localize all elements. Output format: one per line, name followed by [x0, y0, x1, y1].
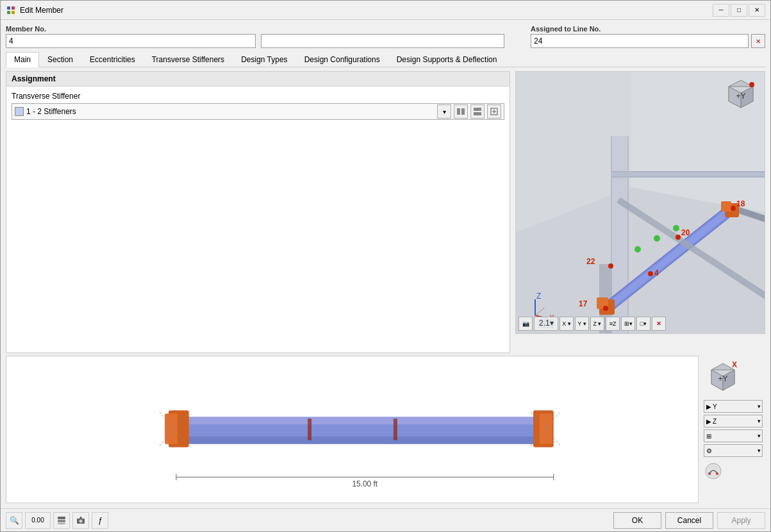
svg-text:18: 18: [736, 199, 745, 208]
stiffener-btn2[interactable]: [470, 104, 485, 119]
svg-text:X: X: [732, 360, 737, 369]
svg-rect-5: [461, 108, 465, 115]
toolbar-left: 🔍 0.00 ƒ: [6, 512, 108, 529]
svg-text:+Y: +Y: [718, 374, 727, 383]
svg-rect-55: [176, 436, 535, 444]
svg-rect-80: [58, 520, 65, 522]
svg-point-30: [608, 263, 613, 269]
title-bar: Edit Member ─ □ ✕: [1, 1, 770, 20]
assignment-body: Transverse Stiffener 1 - 2 Stiffeners ▾: [6, 87, 510, 353]
svg-rect-7: [474, 112, 481, 115]
maximize-button[interactable]: □: [731, 4, 747, 17]
tab-transverse-stiffeners[interactable]: Transverse Stiffeners: [144, 52, 233, 67]
svg-rect-0: [7, 6, 10, 10]
svg-text:20: 20: [681, 228, 690, 237]
svg-rect-59: [540, 413, 552, 444]
desc-group: [261, 25, 504, 48]
toolbar-layers[interactable]: [53, 512, 70, 529]
svg-text:15.00 ft: 15.00 ft: [352, 479, 378, 488]
assigned-group: Assigned to Line No. ✕: [531, 25, 765, 48]
tab-main[interactable]: Main: [6, 52, 39, 67]
view-btn-settings[interactable]: ⚙ ▾: [704, 444, 763, 457]
assignment-panel: Assignment Transverse Stiffener 1 - 2 St…: [6, 71, 510, 353]
stiffener-label: Transverse Stiffener: [12, 92, 504, 101]
vp-btn-yz[interactable]: Y ▾: [575, 317, 589, 331]
svg-text:2.1▾: 2.1▾: [539, 319, 554, 328]
ok-button[interactable]: OK: [613, 512, 661, 529]
tab-design-configurations[interactable]: Design Configurations: [296, 52, 388, 67]
svg-point-49: [749, 82, 754, 87]
svg-rect-60: [308, 419, 311, 440]
line-no-input[interactable]: [531, 34, 749, 48]
bottom-area: 15.00 ft: [6, 356, 765, 503]
svg-point-78: [716, 472, 718, 475]
beam-viewport[interactable]: 15.00 ft: [6, 356, 699, 503]
clear-line-button[interactable]: ✕: [751, 34, 765, 48]
view-btn-z[interactable]: ▶ Z ▾: [704, 415, 763, 428]
close-button[interactable]: ✕: [749, 4, 765, 17]
svg-text:4: 4: [654, 269, 659, 278]
svg-point-26: [731, 206, 736, 211]
svg-point-34: [648, 271, 653, 276]
desc-input[interactable]: [261, 34, 504, 48]
member-no-group: Member No.: [6, 25, 256, 48]
dialog-content: Member No. Assigned to Line No. ✕ Main S…: [1, 20, 770, 508]
svg-text:Z: Z: [536, 292, 541, 301]
vp-btn-render[interactable]: 2.1▾: [534, 317, 558, 331]
tab-bar: Main Section Eccentricities Transverse S…: [6, 52, 765, 67]
svg-text:22: 22: [586, 257, 595, 266]
tab-section[interactable]: Section: [39, 52, 81, 67]
viewport-toolbar: 📷 2.1▾ X ▾ Y ▾ Z ▾ ≡Z ⊞▾ □▾ ✕: [518, 317, 666, 331]
svg-rect-2: [7, 11, 10, 14]
minimize-button[interactable]: ─: [713, 4, 729, 17]
toolbar-coord[interactable]: 0.00: [25, 512, 51, 529]
svg-rect-3: [12, 11, 15, 14]
svg-point-37: [654, 235, 660, 242]
vp-btn-view[interactable]: ⊞▾: [621, 317, 635, 331]
svg-rect-54: [176, 417, 535, 424]
svg-rect-1: [12, 6, 15, 10]
assigned-row: ✕: [531, 34, 765, 48]
desc-label: [261, 25, 504, 33]
vp-btn-close-view[interactable]: ✕: [652, 317, 666, 331]
toolbar-camera[interactable]: [72, 512, 89, 529]
assignment-header: Assignment: [6, 72, 510, 87]
stiffener-value: 1 - 2 Stiffeners: [26, 107, 435, 116]
vp-btn-xy[interactable]: X ▾: [560, 317, 574, 331]
toolbar-function[interactable]: ƒ: [92, 512, 108, 529]
tab-design-supports[interactable]: Design Supports & Deflection: [388, 52, 506, 67]
svg-rect-23: [721, 201, 731, 212]
svg-rect-4: [457, 108, 460, 115]
vp-btn-xz[interactable]: Z ▾: [590, 317, 604, 331]
main-3d-viewport[interactable]: 18 20 22 17 4: [515, 71, 765, 334]
stiffener-btn1[interactable]: [454, 104, 468, 119]
svg-point-76: [706, 463, 721, 479]
bottom-toolbar: 🔍 0.00 ƒ OK Cancel Apply: [1, 508, 770, 531]
view-btn-y[interactable]: ▶ Y ▾: [704, 400, 763, 413]
stiffener-dropdown[interactable]: ▾: [437, 104, 451, 119]
vp-btn-zaxis[interactable]: ≡Z: [606, 317, 620, 331]
vp-btn-display[interactable]: □▾: [636, 317, 651, 331]
bottom-view-icon[interactable]: [704, 461, 723, 481]
svg-rect-6: [474, 108, 481, 111]
toolbar-search[interactable]: 🔍: [6, 512, 22, 529]
member-no-input[interactable]: [6, 34, 256, 48]
tab-eccentricities[interactable]: Eccentricities: [81, 52, 144, 67]
vp-btn-screenshot[interactable]: 📷: [518, 317, 533, 331]
svg-text:+Y: +Y: [736, 92, 745, 101]
assigned-label: Assigned to Line No.: [531, 25, 765, 33]
view-btn-render[interactable]: ⊞ ▾: [704, 429, 763, 442]
stiffener-btn3[interactable]: [487, 104, 501, 119]
member-no-label: Member No.: [6, 25, 256, 33]
small-nav-cube[interactable]: +Y X: [704, 358, 742, 397]
cancel-button[interactable]: Cancel: [665, 512, 713, 529]
stiffener-row: 1 - 2 Stiffeners ▾: [12, 103, 504, 120]
tab-design-types[interactable]: Design Types: [233, 52, 296, 67]
nav-cube[interactable]: +Y: [722, 77, 759, 114]
svg-point-38: [673, 225, 679, 231]
svg-point-77: [708, 472, 711, 475]
svg-marker-83: [79, 517, 82, 519]
app-icon: [6, 5, 16, 15]
svg-rect-57: [165, 413, 178, 444]
apply-button[interactable]: Apply: [717, 512, 765, 529]
